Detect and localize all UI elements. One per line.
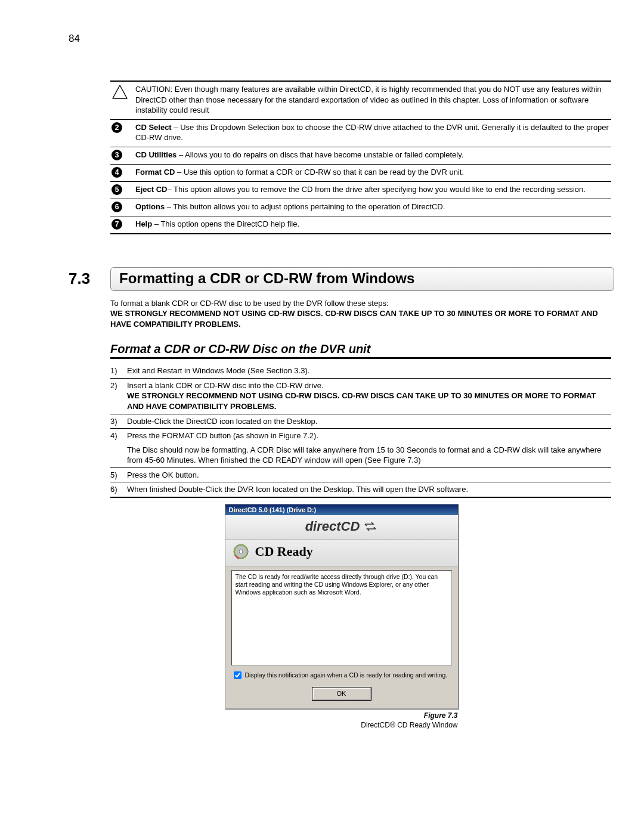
step-3: 3) Double-Click the DirectCD icon locate… <box>110 414 611 429</box>
def-row-6: 6 Options – This button allows you to ad… <box>110 199 611 216</box>
step-1: 1) Exit and Restart in Windows Mode (See… <box>110 364 611 378</box>
svg-point-3 <box>239 550 243 553</box>
definitions-table: CAUTION: Even though many features are a… <box>110 80 611 234</box>
ready-textbox: The CD is ready for read/write access di… <box>231 570 452 665</box>
circle-4-icon: 4 <box>112 167 122 178</box>
intro-paragraph: To format a blank CDR or CD-RW disc to b… <box>110 298 611 330</box>
section-heading: 7.3 Formatting a CDR or CD-RW from Windo… <box>69 267 614 291</box>
brand-text: directCD <box>305 519 360 534</box>
step-5: 5) Press the OK button. <box>110 467 611 482</box>
def-row-4: 4 Format CD – Use this option to format … <box>110 164 611 181</box>
def-row-7: 7 Help – This option opens the DirectCD … <box>110 216 611 233</box>
section-number: 7.3 <box>69 270 110 288</box>
section-title: Formatting a CDR or CD-RW from Windows <box>110 267 614 291</box>
figure-caption: Figure 7.3 DirectCD® CD Ready Window <box>225 711 458 730</box>
circle-2-icon: 2 <box>112 122 122 133</box>
def-row-5: 5 Eject CD– This option allows you to re… <box>110 181 611 199</box>
steps-list: 1) Exit and Restart in Windows Mode (See… <box>110 364 611 497</box>
step-2: 2) Insert a blank CDR or CD-RW disc into… <box>110 378 611 414</box>
notification-checkbox-label: Display this notification again when a C… <box>245 671 448 680</box>
brand-banner: directCD <box>225 515 458 540</box>
circle-7-icon: 7 <box>112 219 122 230</box>
def-row-3: 3 CD Utilities – Allows you to do repair… <box>110 147 611 164</box>
cd-ready-label: CD Ready <box>255 544 313 559</box>
def-row-2: 2 CD Select – Use this Dropdown Selectio… <box>110 119 611 147</box>
cd-disc-icon <box>233 543 249 560</box>
notification-checkbox[interactable] <box>234 671 242 679</box>
caution-row: CAUTION: Even though many features are a… <box>110 82 611 119</box>
figure-7-3: DirectCD 5.0 (141) (Drive D:) directCD <box>69 504 614 730</box>
sub-heading: Format a CDR or CD-RW Disc on the DVR un… <box>110 342 611 359</box>
window-titlebar: DirectCD 5.0 (141) (Drive D:) <box>225 504 458 515</box>
document-page: 84 CAUTION: Even though many features ar… <box>0 0 644 833</box>
cd-ready-row: CD Ready <box>225 540 458 566</box>
circle-6-icon: 6 <box>112 202 122 212</box>
step-6: 6) When finished Double-Click the DVR Ic… <box>110 482 611 497</box>
caution-text: CAUTION: Even though many features are a… <box>135 84 611 116</box>
circle-3-icon: 3 <box>112 150 122 160</box>
ok-button[interactable]: OK <box>312 688 371 700</box>
svg-marker-0 <box>113 85 127 98</box>
circle-5-icon: 5 <box>112 184 122 195</box>
page-number: 84 <box>69 33 614 45</box>
step-4: 4) Press the FORMAT CD button (as shown … <box>110 428 611 467</box>
caution-icon <box>110 84 135 116</box>
directcd-window: DirectCD 5.0 (141) (Drive D:) directCD <box>225 504 459 710</box>
swap-arrows-icon <box>363 521 377 532</box>
notification-checkbox-row: Display this notification again when a C… <box>225 668 458 688</box>
